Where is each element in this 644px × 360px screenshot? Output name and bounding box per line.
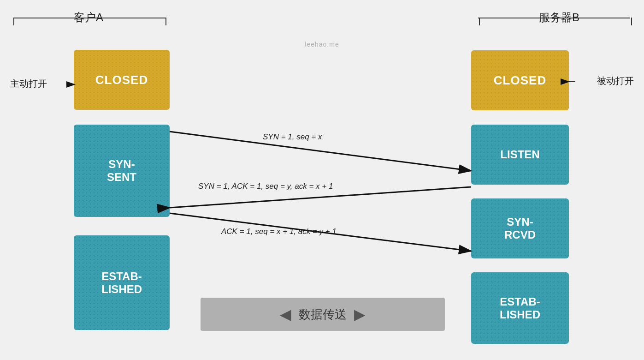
col-label-b: 服务器B [539,10,579,25]
diagram-container: leehao.me 客户A 服务器B 主动打开 被动打开 CLOSED SYN-… [0,0,644,360]
closed-a-box: CLOSED [74,50,170,110]
watermark: leehao.me [305,41,339,48]
syn-rcvd-box: SYN- RCVD [471,198,569,258]
data-transfer-box: ◀ 数据传送 ▶ [201,298,445,331]
listen-box: LISTEN [471,125,569,185]
closed-b-box: CLOSED [471,50,569,110]
ack-label: ACK = 1, seq = x + 1, ack = y + 1 [221,227,337,236]
passive-open-label: 被动打开 [597,75,634,87]
syn-label: SYN = 1, seq = x [263,132,322,142]
active-open-label: 主动打开 [10,78,47,90]
synack-label: SYN = 1, ACK = 1, seq = y, ack = x + 1 [198,182,333,191]
established-b-box: ESTAB- LISHED [471,272,569,344]
syn-sent-box: SYN- SENT [74,125,170,217]
col-label-a: 客户A [74,10,103,25]
established-a-box: ESTAB- LISHED [74,235,170,330]
